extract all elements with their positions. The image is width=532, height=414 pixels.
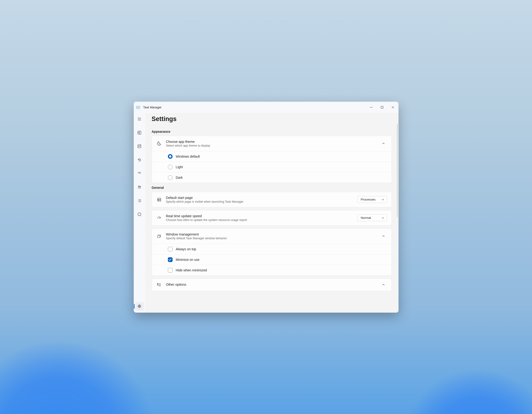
theme-sub: Select which app theme to display <box>166 144 376 147</box>
theme-card-header[interactable]: Choose app theme Select which app theme … <box>152 136 391 151</box>
app-icon <box>136 106 140 109</box>
svg-point-13 <box>139 173 140 174</box>
svg-rect-2 <box>381 106 383 108</box>
svg-point-15 <box>140 186 141 187</box>
minimize-button[interactable] <box>366 102 377 113</box>
theme-option-label: Dark <box>176 176 183 179</box>
chevron-down-icon <box>381 216 384 219</box>
theme-option-label: Light <box>176 165 183 169</box>
svg-point-14 <box>138 186 140 187</box>
startpage-header[interactable]: Default start page Specify which page is… <box>152 192 391 207</box>
dropdown-value: Processes <box>361 198 376 201</box>
list-options-icon <box>157 282 162 287</box>
update-header[interactable]: Real time update speed Choose how often … <box>152 210 391 225</box>
wm-option-ontop[interactable]: Always on top <box>152 244 391 254</box>
update-title: Real time update speed <box>166 214 353 218</box>
svg-point-24 <box>158 144 159 144</box>
svg-rect-28 <box>158 200 159 201</box>
palette-icon <box>157 141 162 146</box>
theme-option-dark[interactable]: Dark <box>152 172 391 183</box>
windows-icon <box>157 234 162 239</box>
content-area: Settings Appearance Choose app theme Sel… <box>145 113 398 312</box>
users-icon[interactable] <box>135 183 144 191</box>
history-icon[interactable] <box>135 156 144 164</box>
processes-icon[interactable] <box>135 129 144 137</box>
chevron-up-icon <box>380 142 387 145</box>
radio-icon[interactable] <box>168 175 172 180</box>
services-icon[interactable] <box>135 210 144 219</box>
update-dropdown[interactable]: Normal <box>357 214 387 221</box>
maximize-button[interactable] <box>377 102 388 113</box>
startpage-title: Default start page <box>166 196 353 200</box>
svg-point-16 <box>138 199 138 200</box>
theme-option-light[interactable]: Light <box>152 162 391 172</box>
other-card: Other options <box>152 279 392 291</box>
startpage-dropdown[interactable]: Processes <box>357 196 387 203</box>
startup-icon[interactable] <box>135 169 144 178</box>
svg-point-23 <box>158 143 159 143</box>
radio-icon[interactable] <box>168 165 172 169</box>
chevron-up-icon <box>380 235 387 238</box>
checkbox-icon[interactable] <box>168 268 172 273</box>
checkbox-icon[interactable] <box>168 247 172 251</box>
theme-card: Choose app theme Select which app theme … <box>152 136 392 183</box>
dropdown-value: Normal <box>361 216 371 220</box>
other-header[interactable]: Other options <box>152 279 391 291</box>
sidebar <box>134 113 145 312</box>
section-appearance-label: Appearance <box>152 130 392 134</box>
section-general-label: General <box>152 186 392 190</box>
chevron-up-icon <box>380 283 387 286</box>
theme-option-default[interactable]: Windows default <box>152 151 391 162</box>
checkbox-checked-icon[interactable] <box>168 257 172 262</box>
other-title: Other options <box>166 283 376 286</box>
theme-option-label: Windows default <box>176 154 200 158</box>
svg-point-32 <box>159 218 160 219</box>
performance-icon[interactable] <box>135 142 144 151</box>
theme-title: Choose app theme <box>166 140 376 144</box>
svg-rect-36 <box>158 235 160 238</box>
scrollbar[interactable] <box>397 124 398 217</box>
windowmgmt-sub: Specify default Task Manager window beha… <box>166 237 376 240</box>
page-icon <box>157 197 162 202</box>
page-title: Settings <box>152 116 394 123</box>
svg-point-25 <box>159 144 160 145</box>
startpage-card: Default start page Specify which page is… <box>152 192 392 207</box>
wm-option-hide[interactable]: Hide when minimized <box>152 265 391 275</box>
update-card: Real time update speed Choose how often … <box>152 210 392 226</box>
wm-option-label: Always on top <box>176 247 196 251</box>
radio-checked-icon[interactable] <box>168 154 172 159</box>
svg-point-20 <box>138 202 138 202</box>
details-icon[interactable] <box>135 197 144 205</box>
titlebar[interactable]: Task Manager <box>134 102 398 113</box>
task-manager-window: Task Manager <box>134 102 399 313</box>
settings-icon[interactable] <box>135 302 144 310</box>
svg-rect-39 <box>157 285 158 285</box>
caption-controls <box>366 102 398 113</box>
app-title: Task Manager <box>143 106 162 109</box>
hamburger-icon[interactable] <box>135 115 144 123</box>
windowmgmt-header[interactable]: Window management Specify default Task M… <box>152 229 391 244</box>
close-button[interactable] <box>388 102 398 113</box>
update-sub: Choose how often to update the system re… <box>166 218 353 222</box>
startpage-sub: Specify which page is visible when launc… <box>166 200 353 203</box>
speed-icon <box>157 216 162 220</box>
svg-point-22 <box>139 306 140 307</box>
windowmgmt-title: Window management <box>166 232 376 236</box>
chevron-down-icon <box>381 198 384 201</box>
wm-option-label: Hide when minimized <box>176 268 207 272</box>
windowmgmt-card: Window management Specify default Task M… <box>152 229 392 276</box>
wm-option-label: Minimize on use <box>176 258 200 261</box>
svg-point-18 <box>138 201 138 201</box>
wm-option-minimize[interactable]: Minimize on use <box>152 254 391 265</box>
svg-rect-37 <box>157 283 158 284</box>
